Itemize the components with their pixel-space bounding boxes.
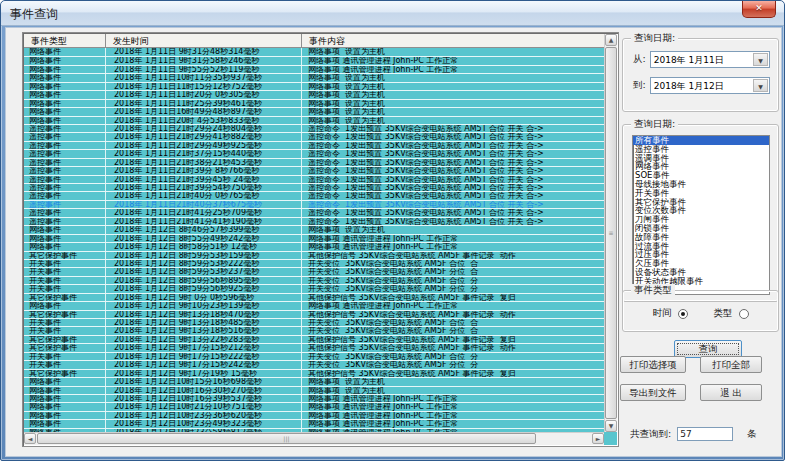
- table-row[interactable]: 遥控事件2018年 1月11日21时29分41秒882毫秒遥控命令 1发出预置 …: [24, 132, 604, 140]
- event-filter-listbox[interactable]: 所有事件遥控事件遥调事件网络事件SOE事件母线接地事件开关事件其它保护事件变位次…: [632, 135, 770, 295]
- table-row[interactable]: 遥控事件2018年 1月11日21时41分25秒709毫秒遥控命令 1发出预置 …: [24, 208, 604, 216]
- event-filter-item[interactable]: 变位次数事件: [633, 206, 769, 215]
- vertical-scroll-thumb[interactable]: ≡: [605, 47, 617, 419]
- cell-event-type: 遥控事件: [24, 218, 106, 225]
- to-date-combo[interactable]: 2018年 1月12日 ▼: [650, 77, 770, 94]
- table-row[interactable]: 网络事件2018年 1月11日 9时31分58秒246毫秒网络事项 通讯管理进程…: [24, 56, 604, 64]
- event-filter-item[interactable]: 网络事件: [633, 162, 769, 171]
- event-query-window: 事件查询 ✕ 事件类型 发生时间 事件内容 网络事件2018年 1月11日 9时…: [0, 0, 785, 461]
- table-row[interactable]: 开关事件2018年 1月12日 8时59分53秒222毫秒开关变位 35KV综合…: [24, 259, 604, 267]
- table-row[interactable]: 网络事件2018年 1月11日16时49分48秒897毫秒网络事项 设置为主机: [24, 107, 604, 115]
- column-header-event-content[interactable]: 事件内容: [302, 34, 604, 47]
- table-row[interactable]: 网络事件2018年 1月12日10时23分49秒323毫秒网络事项 通讯管理进程…: [24, 419, 604, 427]
- close-button[interactable]: ✕: [742, 1, 776, 18]
- table-row[interactable]: 遥控事件2018年 1月11日21时38分21秒453毫秒遥控命令 1发出预置 …: [24, 158, 604, 166]
- table-row[interactable]: 网络事件2018年 1月12日 8时55分49秒242毫秒网络事项 通讯管理进程…: [24, 234, 604, 242]
- cell-event-content: 网络事项 设置为主机: [302, 83, 604, 90]
- table-row[interactable]: 遥控事件2018年 1月11日21时41分41秒190毫秒遥控命令 1发出预置 …: [24, 217, 604, 225]
- table-row[interactable]: 网络事件2018年 1月12日10时16分30秒270毫秒网络事项 设置为主机: [24, 386, 604, 394]
- chevron-down-icon[interactable]: ▼: [753, 79, 768, 92]
- table-row[interactable]: 网络事件2018年 1月12日 8时46分57秒399毫秒网络事项 设置为主机: [24, 225, 604, 233]
- table-row[interactable]: 开关事件2018年 1月12日 8时59分56秒895毫秒开关变位 35KV综合…: [24, 276, 604, 284]
- event-filter-item[interactable]: 母线接地事件: [633, 180, 769, 189]
- table-row[interactable]: 开关事件2018年 1月12日 9时17分15秒222毫秒开关变位 35KV综合…: [24, 352, 604, 360]
- table-row[interactable]: 网络事件2018年 1月12日 8时58分51秒 12毫秒网络事项 通讯管理进程…: [24, 242, 604, 250]
- event-filter-item[interactable]: 其它保护事件: [633, 198, 769, 207]
- event-filter-item[interactable]: SOE事件: [633, 171, 769, 180]
- table-row[interactable]: 网络事件2018年 1月11日11时20分 0秒305毫秒网络事项 设置为主机: [24, 90, 604, 98]
- event-filter-item[interactable]: 过压事件: [633, 250, 769, 259]
- event-filter-item[interactable]: 设备状态事件: [633, 268, 769, 277]
- cell-event-content: 其他保护信号 35KV综合变电站系统 AM5F 事件记录 复归: [302, 336, 604, 343]
- title-bar[interactable]: 事件查询 ✕: [1, 1, 784, 26]
- table-row[interactable]: 网络事件2018年 1月11日20时 4分53秒833毫秒网络事项 设置为主机: [24, 116, 604, 124]
- table-row[interactable]: 遥控事件2018年 1月11日21时40分 0秒765毫秒遥控命令 1发出预置 …: [24, 191, 604, 199]
- event-filter-item[interactable]: 遥控事件: [633, 145, 769, 154]
- print-selected-button[interactable]: 打印选择项: [620, 356, 686, 373]
- window-title: 事件查询: [10, 6, 58, 23]
- table-row[interactable]: 网络事件2018年 1月12日10时16分39秒537毫秒网络事项 通讯管理进程…: [24, 394, 604, 402]
- table-row[interactable]: 其它保护事件2018年 1月12日 9时13分18秒470毫秒其他保护信号 35…: [24, 310, 604, 318]
- cell-event-type: 网络事件: [24, 420, 106, 427]
- table-row[interactable]: 遥控事件2018年 1月11日21时39分45秒 24毫秒遥控命令 1发出预置 …: [24, 175, 604, 183]
- table-row[interactable]: 其它保护事件2018年 1月12日 9时17分15秒212毫秒其他保护信号 35…: [24, 343, 604, 351]
- table-row[interactable]: 网络事件2018年 1月11日 9时31分48秒314毫秒网络事项 设置为主机: [24, 48, 604, 56]
- table-row[interactable]: 遥控事件2018年 1月11日21时39分 8秒766毫秒遥控命令 1发出预置 …: [24, 166, 604, 174]
- scroll-down-arrow-icon[interactable]: ▼: [605, 420, 617, 432]
- from-date-combo[interactable]: 2018年 1月11日 ▼: [650, 51, 770, 68]
- exit-button[interactable]: 退 出: [700, 384, 762, 401]
- event-filter-item[interactable]: 欠压事件: [633, 259, 769, 268]
- table-row[interactable]: 网络事件2018年 1月11日11时25分39秒461毫秒网络事项 设置为主机: [24, 99, 604, 107]
- table-row[interactable]: 遥控事件2018年 1月11日21时29分49秒925毫秒遥控命令 1发出预置 …: [24, 141, 604, 149]
- table-row[interactable]: 其它保护事件2018年 1月12日 9时17分19秒 15毫秒其他保护信号 35…: [24, 369, 604, 377]
- table-row[interactable]: 其它保护事件2018年 1月12日 9时13分22秒283毫秒其他保护信号 35…: [24, 335, 604, 343]
- radio-selected-icon[interactable]: [678, 309, 688, 319]
- table-row[interactable]: 其它保护事件2018年 1月12日 8时59分53秒159毫秒其他保护信号 35…: [24, 251, 604, 259]
- column-header-event-time[interactable]: 发生时间: [106, 34, 302, 47]
- cell-event-content: 网络事项 设置为主机: [302, 100, 604, 107]
- table-row[interactable]: 遥控事件2018年 1月11日21时40分37秒675毫秒遥控命令 1发出预置 …: [24, 200, 604, 208]
- radio-time-label: 时间: [653, 307, 672, 320]
- event-filter-item[interactable]: 遥调事件: [633, 154, 769, 163]
- table-row[interactable]: 网络事件2018年 1月11日10时11分35秒937毫秒网络事项 设置为主机: [24, 73, 604, 81]
- event-filter-item[interactable]: 闭锁事件: [633, 224, 769, 233]
- table-row[interactable]: 网络事件2018年 1月12日10时15分16秒698毫秒网络事项 设置为主机: [24, 377, 604, 385]
- table-row[interactable]: 开关事件2018年 1月12日 9时13分18秒516毫秒开关变位 35KV综合…: [24, 326, 604, 334]
- table-row[interactable]: 网络事件2018年 1月11日11时15分12秒752毫秒网络事项 设置为主机: [24, 82, 604, 90]
- table-row[interactable]: 网络事件2018年 1月12日 9时10分23秒139毫秒网络事项 通讯管理进程…: [24, 301, 604, 309]
- event-filter-item[interactable]: 所有事件: [633, 136, 769, 145]
- event-filter-item[interactable]: 刀闸事件: [633, 215, 769, 224]
- horizontal-scrollbar[interactable]: ◄ ||| ►: [24, 432, 604, 445]
- table-row[interactable]: 开关事件2018年 1月12日 8时59分53秒237毫秒开关变位 35KV综合…: [24, 267, 604, 275]
- table-row[interactable]: 网络事件2018年 1月12日10时23分36秒620毫秒网络事项 通讯管理进程…: [24, 411, 604, 419]
- table-row[interactable]: 开关事件2018年 1月12日 9时13分18秒485毫秒开关变位 35KV综合…: [24, 318, 604, 326]
- radio-unselected-icon[interactable]: [739, 309, 749, 319]
- table-row[interactable]: 遥控事件2018年 1月11日21时39分54秒750毫秒遥控命令 1发出预置 …: [24, 183, 604, 191]
- table-row[interactable]: 网络事件2018年 1月11日 9时55分52秒119毫秒网络事项 通讯管理进程…: [24, 65, 604, 73]
- table-row[interactable]: 开关事件2018年 1月12日 9时17分15秒242毫秒开关变位 35KV综合…: [24, 360, 604, 368]
- event-filter-item[interactable]: 过流事件: [633, 242, 769, 251]
- cell-event-time: 2018年 1月12日 8时59分53秒159毫秒: [106, 252, 302, 259]
- event-filter-item[interactable]: 开关事件: [633, 189, 769, 198]
- cell-event-content: 网络事项 设置为主机: [302, 117, 604, 124]
- table-row[interactable]: 其它保护事件2018年 1月12日 9时 0分 0秒596毫秒其他保护信号 35…: [24, 293, 604, 301]
- scroll-left-arrow-icon[interactable]: ◄: [24, 433, 36, 444]
- horizontal-scroll-thumb[interactable]: |||: [37, 433, 536, 444]
- table-row[interactable]: 遥控事件2018年 1月11日21时29分24秒804毫秒遥控命令 1发出预置 …: [24, 124, 604, 132]
- event-filter-item[interactable]: 故障事件: [633, 233, 769, 242]
- column-header-event-type[interactable]: 事件类型: [24, 34, 106, 47]
- table-row[interactable]: 网络事件2018年 1月12日10时21分10秒751毫秒网络事项 通讯管理进程…: [24, 402, 604, 410]
- scroll-right-arrow-icon[interactable]: ►: [592, 433, 604, 444]
- vertical-scrollbar[interactable]: ▲ ≡ ▼: [604, 34, 617, 432]
- table-row[interactable]: 遥控事件2018年 1月11日21时37分15秒440毫秒遥控命令 1发出预置 …: [24, 149, 604, 157]
- export-to-file-button[interactable]: 导出到文件: [620, 384, 686, 401]
- radio-time[interactable]: 时间: [653, 307, 688, 320]
- cell-event-time: 2018年 1月12日 8时58分51秒 12毫秒: [106, 243, 302, 250]
- print-all-button[interactable]: 打印全部: [700, 356, 762, 373]
- result-count-field[interactable]: 57: [677, 427, 733, 441]
- cell-event-type: 网络事件: [24, 108, 106, 115]
- scroll-up-arrow-icon[interactable]: ▲: [605, 34, 617, 46]
- chevron-down-icon[interactable]: ▼: [753, 53, 768, 66]
- table-row[interactable]: 开关事件2018年 1月12日 8时59分56秒925毫秒开关变位 35KV综合…: [24, 284, 604, 292]
- radio-type[interactable]: 类型: [714, 307, 749, 320]
